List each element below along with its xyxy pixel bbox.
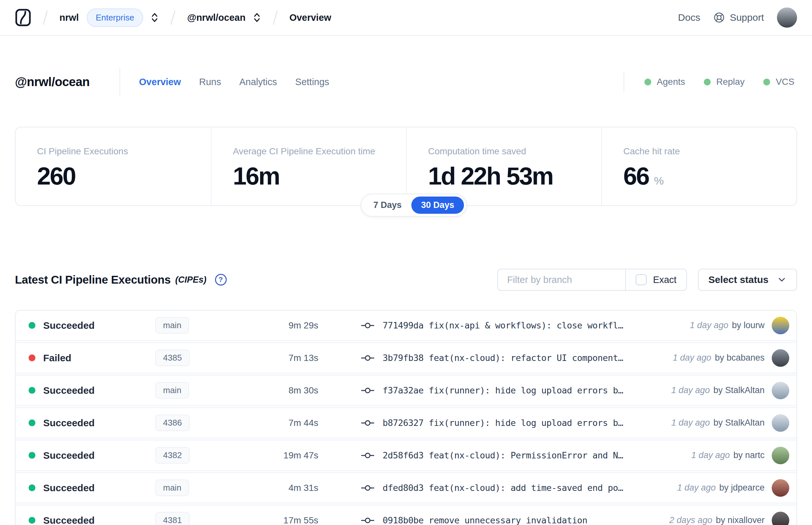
git-commit-icon xyxy=(361,451,374,460)
breadcrumb-slash xyxy=(273,10,278,25)
status-label: Succeeded xyxy=(43,418,155,429)
user-avatar[interactable] xyxy=(777,7,797,28)
status-dot-icon xyxy=(29,419,35,426)
row-separator xyxy=(16,438,796,440)
tab-runs[interactable]: Runs xyxy=(199,77,221,87)
commit-message[interactable]: b8726327 fix(runner): hide log upload er… xyxy=(383,418,665,428)
commit-message[interactable]: 2d58f6d3 feat(nx-cloud): PermissionError… xyxy=(383,450,685,460)
help-icon[interactable]: ? xyxy=(215,274,227,286)
divider xyxy=(120,68,120,96)
branch-filter-input[interactable] xyxy=(498,269,625,290)
stat-cache-hit-rate: Cache hit rate 66% xyxy=(601,127,796,205)
status-select-dropdown[interactable]: Select status xyxy=(698,269,797,291)
row-separator xyxy=(16,405,796,408)
enterprise-badge: Enterprise xyxy=(87,9,143,27)
duration-label: 19m 47s xyxy=(233,450,318,461)
workspace-header: @nrwl/ocean Overview Runs Analytics Sett… xyxy=(15,67,797,97)
duration-label: 4m 31s xyxy=(233,483,318,493)
branch-badge[interactable]: 4382 xyxy=(155,447,190,464)
row-separator xyxy=(16,340,796,343)
status-dot-icon xyxy=(644,79,651,86)
commit-message[interactable]: f37a32ae fix(runner): hide log upload er… xyxy=(383,385,665,395)
branch-badge[interactable]: 4381 xyxy=(155,512,190,525)
support-link[interactable]: Support xyxy=(713,12,764,24)
branch-badge[interactable]: 4386 xyxy=(155,415,190,431)
table-row[interactable]: Succeeded main 8m 30s f37a32ae fix(runne… xyxy=(16,376,796,405)
table-row[interactable]: Succeeded 4381 17m 55s 0918b0be remove u… xyxy=(16,506,796,525)
table-row[interactable]: Succeeded main 9m 29s 771499da fix(nx-ap… xyxy=(16,311,796,340)
tab-analytics[interactable]: Analytics xyxy=(240,77,277,87)
branch-badge[interactable]: main xyxy=(155,382,189,399)
branch-filter-group: Exact xyxy=(497,269,687,291)
docs-link[interactable]: Docs xyxy=(678,12,700,23)
service-label: VCS xyxy=(776,77,795,87)
author-label: by lourw xyxy=(732,320,765,330)
service-label: Agents xyxy=(657,77,685,87)
stat-value: 260 xyxy=(37,162,75,190)
branch-badge[interactable]: main xyxy=(155,480,189,496)
status-label: Succeeded xyxy=(43,482,155,494)
exact-filter: Exact xyxy=(625,269,686,290)
cipe-table: Succeeded main 9m 29s 771499da fix(nx-ap… xyxy=(15,310,797,525)
org-switcher-icon[interactable] xyxy=(150,12,159,24)
git-commit-icon xyxy=(361,386,374,395)
commit-message[interactable]: dfed80d3 feat(nx-cloud): add time-saved … xyxy=(383,483,671,493)
author-avatar xyxy=(772,317,789,334)
status-dot-icon xyxy=(29,452,35,459)
stat-value: 66 xyxy=(623,162,649,190)
status-label: Succeeded xyxy=(43,450,155,461)
author-label: by StalkAltan xyxy=(713,385,765,395)
branch-badge[interactable]: main xyxy=(155,317,189,334)
author-avatar xyxy=(772,447,789,464)
tab-settings[interactable]: Settings xyxy=(295,77,330,87)
commit-message[interactable]: 771499da fix(nx-api & workflows): close … xyxy=(383,320,684,330)
duration-label: 9m 29s xyxy=(233,320,318,331)
service-vcs: VCS xyxy=(763,77,795,87)
stat-ci-pipeline-executions: CI Pipeline Executions 260 xyxy=(16,127,211,205)
status-select-label: Select status xyxy=(708,274,768,285)
author-avatar xyxy=(772,349,789,367)
breadcrumb-workspace[interactable]: @nrwl/ocean xyxy=(187,12,246,23)
top-nav: nrwl Enterprise @nrwl/ocean Overview Doc… xyxy=(0,0,812,36)
table-row[interactable]: Succeeded 4386 7m 44s b8726327 fix(runne… xyxy=(16,408,796,438)
status-dot-icon xyxy=(29,484,35,491)
nx-cloud-logo-icon[interactable] xyxy=(15,9,31,27)
status-dot-icon xyxy=(29,517,35,524)
status-dot-icon xyxy=(29,355,35,361)
stat-label: Average CI Pipeline Execution time xyxy=(233,146,393,156)
service-label: Replay xyxy=(716,77,745,87)
author-label: by jdpearce xyxy=(719,483,765,493)
breadcrumb-org[interactable]: nrwl xyxy=(59,12,79,23)
range-7-days[interactable]: 7 Days xyxy=(364,197,411,214)
workspace-tabs: Overview Runs Analytics Settings xyxy=(139,77,330,87)
author-avatar xyxy=(772,382,789,399)
author-label: by nartc xyxy=(733,450,765,460)
breadcrumb: nrwl Enterprise @nrwl/ocean Overview xyxy=(15,9,331,27)
status-dot-icon xyxy=(704,79,711,86)
git-commit-icon xyxy=(361,354,374,362)
tab-overview[interactable]: Overview xyxy=(139,77,181,87)
breadcrumb-page: Overview xyxy=(289,12,331,23)
table-row[interactable]: Succeeded 4382 19m 47s 2d58f6d3 feat(nx-… xyxy=(16,440,796,470)
stat-value: 16m xyxy=(233,162,279,190)
workspace-switcher-icon[interactable] xyxy=(253,12,261,24)
commit-message[interactable]: 0918b0be remove unnecessary invalidation xyxy=(383,515,663,525)
time-ago: 1 day ago xyxy=(677,483,716,493)
git-commit-icon xyxy=(361,516,374,525)
breadcrumb-slash xyxy=(43,10,48,25)
branch-badge[interactable]: 4385 xyxy=(155,349,190,366)
status-label: Failed xyxy=(43,352,155,363)
commit-message[interactable]: 3b79fb38 feat(nx-cloud): refactor UI com… xyxy=(383,353,666,363)
table-row[interactable]: Failed 4385 7m 13s 3b79fb38 feat(nx-clou… xyxy=(16,343,796,373)
git-commit-icon xyxy=(361,419,374,427)
time-ago: 1 day ago xyxy=(690,320,729,330)
table-row[interactable]: Succeeded main 4m 31s dfed80d3 feat(nx-c… xyxy=(16,473,796,502)
service-status-group: Agents Replay VCS xyxy=(624,73,797,91)
author-label: by nixallover xyxy=(716,515,765,525)
author-label: by StalkAltan xyxy=(713,418,765,428)
author-avatar xyxy=(772,479,789,497)
status-dot-icon xyxy=(763,79,770,86)
range-30-days[interactable]: 30 Days xyxy=(411,197,464,214)
duration-label: 17m 55s xyxy=(233,515,318,525)
exact-checkbox[interactable] xyxy=(635,274,647,285)
